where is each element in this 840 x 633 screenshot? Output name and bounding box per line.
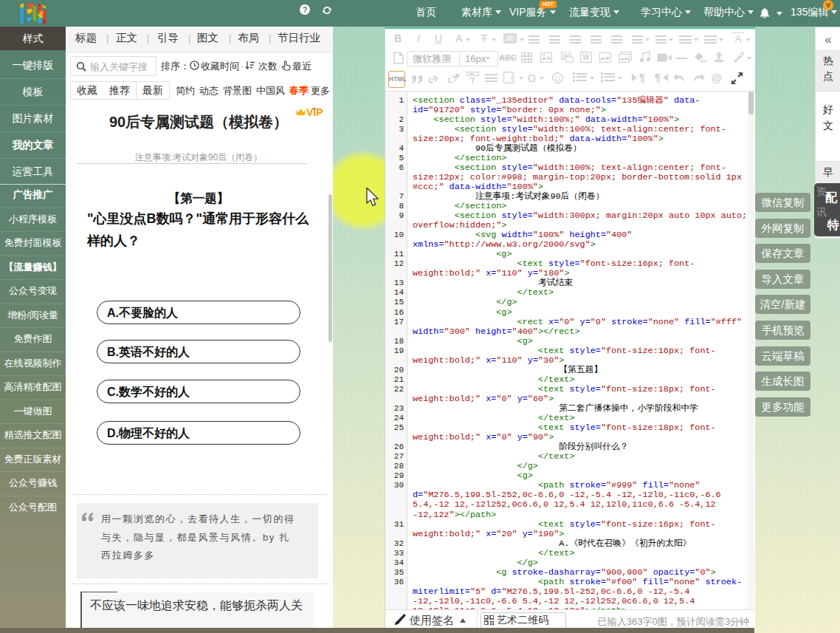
svg-text:W: W <box>582 53 590 61</box>
